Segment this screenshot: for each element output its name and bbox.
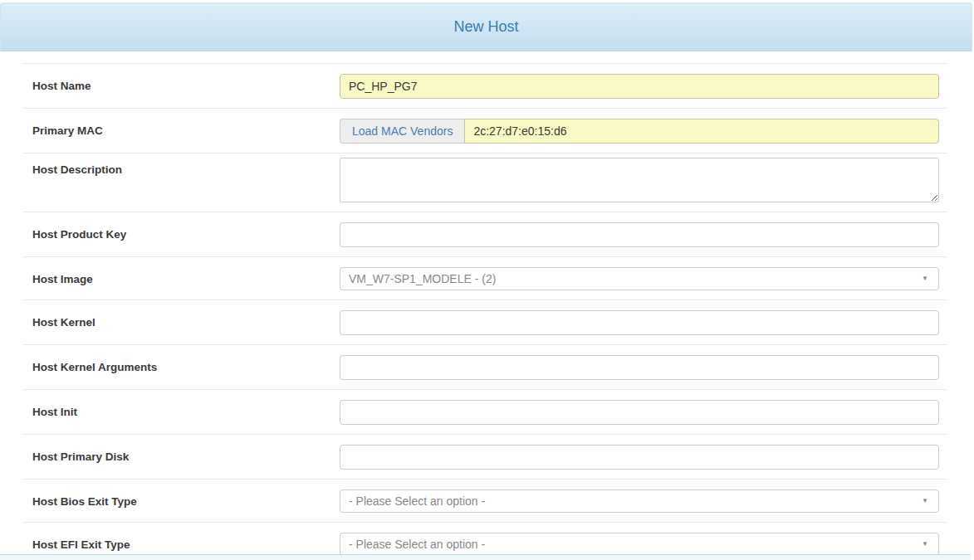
field-control <box>340 74 939 99</box>
field-control <box>340 400 939 425</box>
field-label-host-primary-disk: Host Primary Disk <box>23 445 340 470</box>
field-control: VM_W7-SP1_MODELE - (2)▼ <box>340 267 939 290</box>
form-row: Host Kernel Arguments <box>23 344 947 389</box>
field-control <box>340 355 939 380</box>
chevron-down-icon: ▼ <box>922 498 928 504</box>
host-kernel-arguments-input[interactable] <box>340 355 939 380</box>
field-label-host-init: Host Init <box>23 400 340 425</box>
field-control <box>340 310 939 335</box>
select-value: - Please Select an option - <box>349 538 485 551</box>
chevron-down-icon: ▼ <box>922 275 928 282</box>
form-row: Primary MACLoad MAC Vendors <box>23 108 947 153</box>
field-label-host-kernel: Host Kernel <box>23 310 340 335</box>
form-row: Host Name <box>23 63 947 108</box>
field-label-host-image: Host Image <box>23 267 340 290</box>
select-value: VM_W7-SP1_MODELE - (2) <box>349 272 496 285</box>
page: New Host Host NamePrimary MACLoad MAC Ve… <box>0 0 974 560</box>
host-kernel-input[interactable] <box>340 310 939 335</box>
host-product-key-input[interactable] <box>340 222 939 247</box>
host-bios-exit-type-select[interactable]: - Please Select an option -▼ <box>340 489 939 513</box>
field-control <box>340 222 939 247</box>
field-label-host-name: Host Name <box>23 74 340 99</box>
form-row: Host Description <box>23 153 947 212</box>
chevron-down-icon: ▼ <box>922 541 928 548</box>
host-efi-exit-type-select[interactable]: - Please Select an option -▼ <box>340 533 939 556</box>
new-host-panel: New Host Host NamePrimary MACLoad MAC Ve… <box>0 2 972 560</box>
host-description-textarea[interactable] <box>340 158 939 202</box>
primary-mac-input[interactable] <box>464 119 939 144</box>
field-control: - Please Select an option -▼ <box>340 489 939 513</box>
field-label-host-description: Host Description <box>23 158 340 206</box>
field-control <box>340 158 939 206</box>
mac-input-group: Load MAC Vendors <box>340 119 939 144</box>
select-value: - Please Select an option - <box>349 494 485 508</box>
field-control <box>340 445 939 470</box>
form-row: Host Bios Exit Type- Please Select an op… <box>23 479 947 522</box>
load-mac-vendors-button[interactable]: Load MAC Vendors <box>340 119 464 144</box>
field-label-host-kernel-arguments: Host Kernel Arguments <box>23 355 340 380</box>
form-row: Host Init <box>23 389 947 434</box>
field-label-host-product-key: Host Product Key <box>23 222 340 247</box>
field-label-host-efi-exit-type: Host EFI Exit Type <box>23 533 340 556</box>
field-label-primary-mac: Primary MAC <box>23 119 340 144</box>
new-host-form: Host NamePrimary MACLoad MAC VendorsHost… <box>0 51 972 560</box>
host-image-select[interactable]: VM_W7-SP1_MODELE - (2)▼ <box>340 267 939 290</box>
field-label-host-bios-exit-type: Host Bios Exit Type <box>23 489 340 513</box>
panel-header: New Host <box>0 2 972 51</box>
field-control: - Please Select an option -▼ <box>340 533 939 556</box>
page-title: New Host <box>453 18 518 36</box>
panel-footer <box>0 554 971 560</box>
field-control: Load MAC Vendors <box>340 119 939 144</box>
form-row: Host Primary Disk <box>23 434 947 479</box>
form-row: Host Kernel <box>23 299 947 344</box>
form-row: Host ImageVM_W7-SP1_MODELE - (2)▼ <box>23 256 947 299</box>
form-row: Host Product Key <box>23 212 947 256</box>
host-name-input[interactable] <box>340 74 939 99</box>
host-primary-disk-input[interactable] <box>340 445 939 470</box>
host-init-input[interactable] <box>340 400 939 425</box>
